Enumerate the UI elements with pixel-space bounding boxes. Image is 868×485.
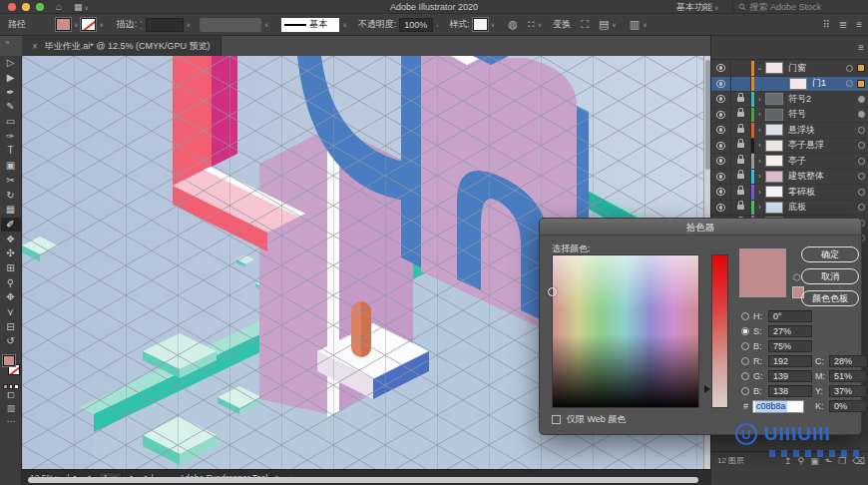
color-swatches-button[interactable]: 颜色色板 <box>801 290 859 306</box>
layer-row[interactable]: › 亭子悬浮 <box>711 139 868 155</box>
panel-menu-icon[interactable]: ≡ <box>856 19 862 30</box>
bounding-box-icon[interactable]: ⛶ <box>581 18 589 31</box>
black-value-field[interactable]: 0% <box>829 400 867 412</box>
visibility-eye-icon[interactable] <box>716 126 725 134</box>
document-tab[interactable]: × 毕业作业.ai* @ 12.5% (CMYK/GPU 预览) <box>22 36 221 56</box>
opacity-value[interactable]: 100% <box>399 18 433 32</box>
history-tool[interactable]: ↺ <box>1 334 21 349</box>
layer-name[interactable]: 亭子悬浮 <box>788 139 858 152</box>
layer-name[interactable]: 符号2 <box>788 93 858 106</box>
workspace-switcher[interactable]: 基本功能∨ <box>676 1 718 13</box>
target-circle-icon[interactable] <box>858 96 865 103</box>
saturation-value-field[interactable]: 27% <box>768 325 812 337</box>
color-spectrum-slider[interactable] <box>711 254 728 408</box>
visibility-eye-icon[interactable] <box>716 111 725 119</box>
panel-menu-icon[interactable]: ≡ <box>858 42 864 53</box>
target-circle-icon[interactable] <box>858 173 865 180</box>
layer-name[interactable]: 建筑整体 <box>788 170 858 183</box>
pen-tool[interactable]: ✒ <box>1 85 21 100</box>
color-field[interactable] <box>552 254 699 408</box>
width-tool[interactable]: ✣ <box>1 246 21 261</box>
layer-row[interactable]: › 建筑整体 <box>711 170 868 186</box>
artboard-tool[interactable]: ⊞ <box>1 261 21 276</box>
expand-arrow-icon[interactable]: › <box>754 111 765 118</box>
gradient-mode-icon[interactable] <box>9 384 14 389</box>
shape-builder-tool[interactable]: ▣ <box>1 159 21 174</box>
layer-row[interactable]: › 悬浮块 <box>711 123 868 139</box>
new-layer-icon[interactable]: ❐ <box>838 456 846 466</box>
layer-name[interactable]: 悬浮块 <box>788 124 858 137</box>
eyedropper-tool[interactable]: ✐ <box>1 218 21 233</box>
layer-row[interactable]: › 底板 <box>711 201 868 217</box>
cancel-button[interactable]: 取消 <box>801 268 859 284</box>
opacity-expand-arrow[interactable]: › <box>436 22 438 28</box>
snap-options-icon[interactable]: ∷ <box>528 18 535 31</box>
expand-arrow-icon[interactable]: › <box>754 158 765 165</box>
dialog-title[interactable]: 拾色器 <box>540 219 861 236</box>
cyan-value-field[interactable]: 28% <box>829 355 867 367</box>
locate-object-icon[interactable]: ⚲ <box>798 456 805 466</box>
layer-name[interactable]: 零碎板 <box>788 186 858 199</box>
blend-tool[interactable]: ❖ <box>1 232 21 246</box>
lock-icon[interactable] <box>737 190 744 195</box>
layer-name[interactable]: 符号 <box>788 108 858 121</box>
edit-toolbar-icon[interactable]: ⋯ <box>7 416 16 429</box>
draw-mode-icon[interactable]: ⧠ <box>7 390 14 403</box>
red-value-field[interactable]: 192 <box>768 355 812 367</box>
target-circle-icon[interactable] <box>858 204 865 211</box>
visibility-eye-icon[interactable] <box>716 204 725 212</box>
symbol-tool[interactable]: ⊟ <box>1 319 21 334</box>
slider-marker[interactable] <box>704 385 714 393</box>
hue-value-field[interactable]: 0° <box>768 310 812 322</box>
lock-icon[interactable] <box>737 205 744 210</box>
magenta-value-field[interactable]: 51% <box>829 370 867 382</box>
toolbar-fill-swatch[interactable] <box>3 355 15 366</box>
checkbox-icon[interactable] <box>552 415 561 424</box>
zoom-tool[interactable]: ⚲ <box>1 275 21 290</box>
target-circle-icon[interactable] <box>846 80 853 87</box>
layer-row[interactable]: › 亭子 <box>711 154 868 170</box>
selection-tool[interactable]: ▷ <box>1 56 21 71</box>
expand-arrow-icon[interactable]: › <box>754 142 765 149</box>
paintbrush-tool[interactable]: ✑ <box>1 129 21 144</box>
stroke-weight-value[interactable] <box>146 18 184 32</box>
arrange-icon[interactable]: ≣ <box>839 19 847 30</box>
distribute-objects-icon[interactable]: ▥ <box>630 18 640 31</box>
stroke-weight-stepper[interactable]: ⌃⌄ <box>139 21 143 29</box>
stroke-style-dropdown[interactable]: 基本 <box>281 18 339 32</box>
expand-arrow-icon[interactable]: › <box>754 189 765 196</box>
scissors-tool[interactable]: ✂ <box>1 174 21 189</box>
target-circle-icon[interactable] <box>858 127 865 134</box>
out-of-web-gamut-icon[interactable]: ⬡ <box>793 272 801 282</box>
lock-icon[interactable] <box>737 128 744 133</box>
hand-tool[interactable]: ✥ <box>1 290 21 305</box>
layer-name[interactable]: 底板 <box>788 201 858 214</box>
tab-overflow-chevron[interactable]: » <box>5 38 9 47</box>
fill-stroke-swatches[interactable] <box>1 355 21 381</box>
curvature-tool[interactable]: ✎ <box>1 100 21 115</box>
graphic-style-swatch[interactable] <box>473 18 488 31</box>
lock-icon[interactable] <box>737 112 744 117</box>
web-colors-only-checkbox[interactable]: 仅限 Web 颜色 <box>552 413 626 426</box>
horizontal-scrollbar[interactable] <box>28 477 698 483</box>
visibility-eye-icon[interactable] <box>716 80 725 88</box>
blue-value-field[interactable]: 138 <box>768 385 812 397</box>
layer-name[interactable]: 门窗 <box>788 62 846 75</box>
visibility-eye-icon[interactable] <box>716 64 725 72</box>
ok-button[interactable]: 确定 <box>801 246 859 262</box>
none-mode-icon[interactable] <box>14 384 19 389</box>
layer-name[interactable]: 门1 <box>812 77 846 90</box>
visibility-eye-icon[interactable] <box>716 157 725 165</box>
expand-arrow-icon[interactable]: › <box>754 96 765 103</box>
saturation-radio[interactable] <box>741 327 749 335</box>
rotate-tool[interactable]: ↻ <box>1 188 21 203</box>
lock-icon[interactable] <box>737 97 744 102</box>
red-radio[interactable] <box>741 357 749 365</box>
yellow-value-field[interactable]: 37% <box>829 385 867 397</box>
direct-selection-tool[interactable]: ▶ <box>1 71 21 86</box>
layer-row[interactable]: › 符号2 <box>711 92 868 108</box>
new-sublayer-icon[interactable]: ⬑ <box>825 456 833 466</box>
lock-icon[interactable] <box>737 159 744 164</box>
hex-input[interactable]: c08b8a <box>752 400 804 413</box>
target-circle-icon[interactable] <box>858 142 865 149</box>
